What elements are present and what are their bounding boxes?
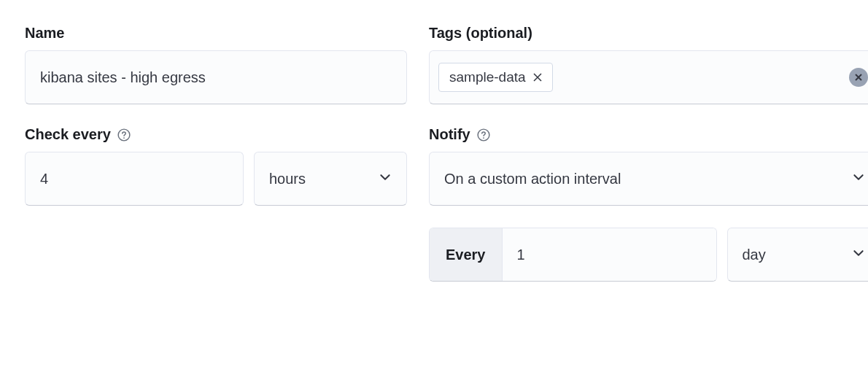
tag-chip-text: sample-data xyxy=(449,69,526,85)
notify-field: Notify On a custom action interval xyxy=(429,126,868,206)
clear-tags-icon[interactable] xyxy=(849,68,868,87)
tag-chip: sample-data xyxy=(438,63,553,92)
notify-select-wrap: On a custom action interval xyxy=(429,152,868,206)
notify-label: Notify xyxy=(429,126,868,143)
check-every-value-input[interactable] xyxy=(25,152,244,206)
notify-interval-combo: Every xyxy=(429,228,717,282)
check-every-label-text: Check every xyxy=(25,126,111,143)
notify-interval-unit-wrap: day xyxy=(727,228,869,282)
svg-point-1 xyxy=(123,137,125,139)
name-input[interactable] xyxy=(25,50,407,104)
tags-label: Tags (optional) xyxy=(429,25,868,42)
notify-interval-unit-select[interactable]: day xyxy=(728,228,869,281)
close-icon[interactable] xyxy=(533,73,542,82)
help-icon[interactable] xyxy=(476,128,491,142)
svg-point-3 xyxy=(483,137,484,139)
tags-field: Tags (optional) sample-data xyxy=(429,25,868,104)
name-label-text: Name xyxy=(25,25,64,42)
notify-label-text: Notify xyxy=(429,126,470,143)
tags-input[interactable]: sample-data xyxy=(429,50,868,104)
check-every-label: Check every xyxy=(25,126,407,143)
check-every-field: Check every hours xyxy=(25,126,407,282)
tags-label-text: Tags (optional) xyxy=(429,25,532,42)
notify-select[interactable]: On a custom action interval xyxy=(430,152,868,205)
check-every-unit-select[interactable]: hours xyxy=(255,152,406,205)
notify-interval-row: Every day xyxy=(429,228,868,282)
name-field: Name xyxy=(25,25,407,104)
name-label: Name xyxy=(25,25,407,42)
notify-interval-prefix: Every xyxy=(430,228,503,281)
help-icon[interactable] xyxy=(117,128,131,142)
check-every-unit-select-wrap: hours xyxy=(254,152,407,206)
notify-interval-value-input[interactable] xyxy=(503,228,716,281)
